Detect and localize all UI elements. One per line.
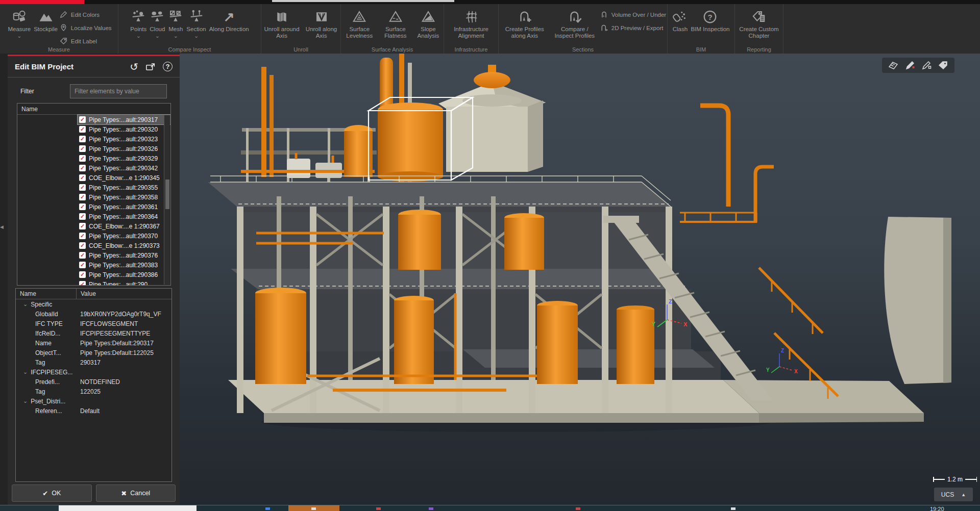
property-row[interactable]: ObjectT... Pipe Types:Default:122025 <box>16 348 172 357</box>
list-item[interactable]: ✓Pipe Types:...ault:290 <box>78 279 170 286</box>
reset-history-icon[interactable]: ↺ <box>130 62 138 72</box>
ribbon-item-localize-values[interactable]: Localize Values <box>59 23 112 32</box>
list-scrollbar[interactable] <box>164 115 170 285</box>
ribbon-item-section[interactable]: Section ⌄ <box>185 8 207 39</box>
checkbox-checked-icon[interactable]: ✓ <box>79 281 86 286</box>
taskbar-search-box[interactable] <box>59 505 197 511</box>
ribbon-item-infrastructure-alignment[interactable]: Infrastructure Alignment <box>446 8 496 40</box>
list-item[interactable]: ✓Pipe Types:...ault:290342 <box>78 163 170 173</box>
ribbon-item-surface-levelness[interactable]: Surface Levelness <box>341 8 378 40</box>
ribbon-item-clash[interactable]: Clash <box>671 8 689 34</box>
list-item[interactable]: ✓Pipe Types:...ault:290361 <box>78 202 170 212</box>
checkbox-checked-icon[interactable]: ✓ <box>79 155 86 162</box>
checkbox-checked-icon[interactable]: ✓ <box>79 184 86 191</box>
taskbar-icon[interactable] <box>376 507 381 510</box>
list-item[interactable]: ✓Pipe Types:...ault:290326 <box>78 144 170 154</box>
ribbon-item-mesh[interactable]: Mesh ⌄ <box>166 8 185 39</box>
list-item[interactable]: ✓Pipe Types:...ault:290355 <box>78 183 170 192</box>
chevron-down-icon: ⌄ <box>23 301 28 308</box>
ribbon-item-slope-analysis[interactable]: Slope Analysis <box>413 8 444 40</box>
taskbar-icon[interactable] <box>731 507 736 510</box>
property-name: Pset_Distri... <box>31 398 65 405</box>
panel-collapse-arrow[interactable]: ◀ <box>0 224 4 229</box>
list-item[interactable]: ✓COE_Elbow:...e 1:290373 <box>78 241 170 250</box>
element-list[interactable]: Name ✓Pipe Types:...ault:290317 ✓Pipe Ty… <box>17 103 171 286</box>
checkbox-checked-icon[interactable]: ✓ <box>79 203 86 210</box>
ribbon-item-2d-preview-export[interactable]: 2D Preview / Export <box>600 23 666 32</box>
list-item[interactable]: ✓COE_Elbow:...e 1:290345 <box>78 173 170 183</box>
checkbox-checked-icon[interactable]: ✓ <box>79 233 86 239</box>
list-item[interactable]: ✓COE_Elbow:...e 1:290367 <box>78 221 170 231</box>
list-item[interactable]: ✓Pipe Types:...ault:290370 <box>78 231 170 241</box>
checkbox-checked-icon[interactable]: ✓ <box>79 242 86 249</box>
list-item[interactable]: ✓Pipe Types:...ault:290320 <box>78 124 170 134</box>
ribbon-item-edit-colors[interactable]: Edit Colors <box>59 10 112 19</box>
property-row[interactable]: Referen... Default <box>16 406 172 416</box>
colorize-pen-icon[interactable] <box>904 60 916 71</box>
list-item[interactable]: ✓Pipe Types:...ault:290358 <box>78 192 170 202</box>
scrollbar-thumb[interactable] <box>165 180 169 209</box>
edit-bim-project-panel: Edit BIM Project ↺ ? Filter Name ✓Pipe T… <box>8 55 180 505</box>
checkbox-checked-icon[interactable]: ✓ <box>79 213 86 220</box>
ribbon-item-measure[interactable]: Measure ⌄ <box>6 8 32 39</box>
checkbox-checked-icon[interactable]: ✓ <box>79 252 86 259</box>
checkbox-checked-icon[interactable]: ✓ <box>79 145 86 152</box>
ribbon-item-stockpile[interactable]: Stockpile <box>32 8 59 34</box>
taskbar-icon[interactable] <box>311 507 316 510</box>
list-item[interactable]: ✓Pipe Types:...ault:290383 <box>78 260 170 270</box>
property-group-row[interactable]: ⌄Pset_Distri... <box>16 396 172 406</box>
ribbon-item-surface-flatness[interactable]: Surface Flatness <box>378 8 413 40</box>
checkbox-checked-icon[interactable]: ✓ <box>79 136 86 142</box>
ok-button[interactable]: ✔ OK <box>12 484 92 502</box>
checkbox-checked-icon[interactable]: ✓ <box>79 126 86 133</box>
os-taskbar[interactable]: 19:20 <box>0 505 980 511</box>
ribbon-item-along-direction[interactable]: ↗ Along Direction <box>208 8 251 34</box>
texture-swatch-icon[interactable] <box>888 60 899 71</box>
taskbar-icon[interactable] <box>429 507 433 510</box>
taskbar-icon[interactable] <box>576 507 580 510</box>
property-row[interactable]: IfcRelD... IFCPIPESEGMENTTYPE <box>16 328 172 338</box>
list-item[interactable]: ✓Pipe Types:...ault:290323 <box>78 134 170 144</box>
checkbox-checked-icon[interactable]: ✓ <box>79 223 86 229</box>
property-row[interactable]: Predefi... NOTDEFINED <box>16 377 172 387</box>
checkbox-checked-icon[interactable]: ✓ <box>79 165 86 171</box>
property-group-row[interactable]: ⌄IFCPIPESEG... <box>16 367 172 377</box>
property-row[interactable]: Tag 122025 <box>16 387 172 396</box>
ribbon-item-compare-profiles[interactable]: Compare / Inspect Profiles <box>550 8 600 40</box>
detach-panel-icon[interactable] <box>145 62 156 71</box>
list-item[interactable]: ✓Pipe Types:...ault:290317 <box>78 115 170 124</box>
list-item[interactable]: ✓Pipe Types:...ault:290386 <box>78 270 170 279</box>
ribbon-item-unroll-around-axis[interactable]: Unroll around Axis <box>261 8 302 40</box>
property-row[interactable]: GlobalId 19bXR0NYP2dOAg0rT9q_VF <box>16 309 172 319</box>
ribbon-item-volume-over-under[interactable]: Volume Over / Under <box>600 10 666 19</box>
ribbon-item-edit-label[interactable]: Edit Label <box>59 37 112 45</box>
colorize-pen-alt-icon[interactable] <box>921 60 932 71</box>
property-row[interactable]: IFC TYPE IFCFLOWSEGMENT <box>16 319 172 328</box>
ribbon-group-label: Compare Inspect <box>118 46 261 53</box>
viewport-3d[interactable]: Z Y X Z Y X <box>180 54 980 505</box>
ribbon-item-bim-inspection[interactable]: ? BIM Inspection <box>689 8 731 34</box>
property-row[interactable]: Name Pipe Types:Default:290317 <box>16 338 172 348</box>
taskbar-icon[interactable] <box>265 507 270 510</box>
help-icon[interactable]: ? <box>163 62 173 71</box>
list-item[interactable]: ✓Pipe Types:...ault:290376 <box>78 250 170 260</box>
checkbox-checked-icon[interactable]: ✓ <box>79 262 86 268</box>
ribbon-item-unroll-along-axis[interactable]: Unroll along Axis <box>302 8 340 40</box>
ribbon-item-points[interactable]: Points ⌄ <box>129 8 148 39</box>
cancel-button[interactable]: ✖ Cancel <box>96 484 176 502</box>
ribbon-item-create-custom-chapter[interactable]: Create Custom Chapter <box>735 8 783 40</box>
checkbox-checked-icon[interactable]: ✓ <box>79 174 86 181</box>
ucs-button[interactable]: UCS ▲ <box>934 488 973 501</box>
ribbon-item-create-profiles[interactable]: Create Profiles along Axis <box>500 8 550 40</box>
ribbon-item-cloud[interactable]: Cloud ⌄ <box>148 8 166 39</box>
checkbox-checked-icon[interactable]: ✓ <box>79 271 86 278</box>
property-name: IFCPIPESEG... <box>31 369 72 376</box>
label-tag-icon[interactable] <box>938 60 949 71</box>
filter-input[interactable] <box>70 84 167 98</box>
list-item[interactable]: ✓Pipe Types:...ault:290329 <box>78 154 170 163</box>
property-group-row[interactable]: ⌄Specific <box>16 299 172 309</box>
list-item[interactable]: ✓Pipe Types:...ault:290364 <box>78 212 170 221</box>
checkbox-checked-icon[interactable]: ✓ <box>79 194 86 200</box>
checkbox-checked-icon[interactable]: ✓ <box>79 116 86 123</box>
property-row[interactable]: Tag 290317 <box>16 357 172 367</box>
